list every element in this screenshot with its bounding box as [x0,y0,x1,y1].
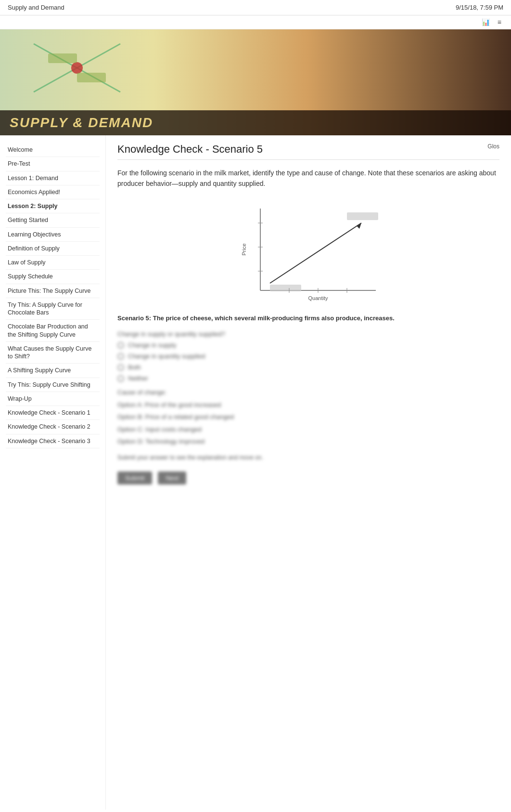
sidebar-item-pretest[interactable]: Pre-Test [6,157,100,171]
top-bar: Supply and Demand 9/15/18, 7:59 PM [0,0,511,15]
chart-icon-button[interactable]: 📊 [480,17,492,27]
sidebar-item-supply-schedule[interactable]: Supply Schedule [6,270,100,284]
page-header: Knowledge Check - Scenario 5 Glos [117,143,499,160]
svg-rect-4 [77,73,106,82]
top-bar-date: 9/15/18, 7:59 PM [456,4,503,11]
sidebar: WelcomePre-TestLesson 1: DemandEconomics… [0,135,106,810]
svg-rect-12 [270,285,301,291]
blurred-submit-text: Submit your answer to see the explanatio… [117,453,499,462]
radio-4[interactable] [117,375,124,382]
sidebar-item-kc-s1[interactable]: Knowledge Check - Scenario 1 [6,406,100,420]
scenario-label: Scenario 5: The price of cheese, which s… [117,314,499,322]
svg-text:Quantity: Quantity [308,295,328,301]
answer-group1-label: Change in supply or quantity supplied? [117,329,499,339]
answer-group2-label: Cause of change: [117,388,499,397]
answer-option-4[interactable]: Neither [117,375,499,382]
sidebar-item-picture-this[interactable]: Picture This: The Supply Curve [6,284,100,298]
sidebar-item-try-this-choc[interactable]: Try This: A Supply Curve for Chocolate B… [6,298,100,320]
answer-section: Change in supply or quantity supplied? C… [117,329,499,485]
blurred-line-4: Option D: Technology improved [117,437,499,446]
blurred-line-3: Option C: Input costs changed [117,425,499,434]
answer-text-1: Change in supply [128,341,176,349]
supply-demand-chart: Price Quantity [231,199,385,305]
sidebar-item-shifting-curve[interactable]: A Shifting Supply Curve [6,364,100,378]
svg-line-7 [270,223,361,283]
banner-chart-decoration [29,39,125,97]
chart-container: Price Quantity [117,199,499,305]
blurred-line-1: Option A: Price of the good increased [117,400,499,410]
sidebar-item-law-supply[interactable]: Law of Supply [6,256,100,270]
next-button[interactable]: Next [158,471,186,485]
sidebar-item-learning-obj[interactable]: Learning Objectives [6,228,100,242]
hero-banner-text: SUPPLY & DEMAND [10,115,153,130]
sidebar-item-what-causes[interactable]: What Causes the Supply Curve to Shift? [6,342,100,364]
svg-marker-8 [357,223,361,229]
answer-text-2: Change in quantity supplied [128,353,205,360]
page-title: Knowledge Check - Scenario 5 [117,143,263,156]
sidebar-item-getting-started[interactable]: Getting Started [6,213,100,227]
content-area: Knowledge Check - Scenario 5 Glos For th… [106,135,511,810]
glos-link[interactable]: Glos [487,143,499,150]
radio-1[interactable] [117,342,124,349]
svg-rect-11 [347,212,378,220]
answer-option-1[interactable]: Change in supply [117,341,499,349]
toolbar: 📊 ≡ [0,15,511,29]
sidebar-item-try-this-shifting[interactable]: Try This: Supply Curve Shifting [6,378,100,392]
chart-svg: Price Quantity [231,199,385,305]
sidebar-item-lesson1[interactable]: Lesson 1: Demand [6,171,100,185]
hero-banner-overlay: SUPPLY & DEMAND [0,110,511,135]
blurred-line-2: Option B: Price of a related good change… [117,412,499,422]
answer-text-3: Both [128,364,141,371]
sidebar-item-welcome[interactable]: Welcome [6,143,100,157]
sidebar-item-def-supply[interactable]: Definition of Supply [6,242,100,256]
scenario-description: For the following scenario in the milk m… [117,168,499,189]
list-icon-button[interactable]: ≡ [496,17,503,27]
main-layout: WelcomePre-TestLesson 1: DemandEconomics… [0,135,511,810]
sidebar-item-kc-s3[interactable]: Knowledge Check - Scenario 3 [6,434,100,448]
hero-banner: SUPPLY & DEMAND [0,29,511,135]
answer-option-2[interactable]: Change in quantity supplied [117,353,499,360]
svg-rect-3 [48,53,77,63]
sidebar-item-economics[interactable]: Economics Applied! [6,185,100,199]
radio-3[interactable] [117,364,124,371]
radio-2[interactable] [117,353,124,360]
answer-option-3[interactable]: Both [117,364,499,371]
sidebar-item-wrap-up[interactable]: Wrap-Up [6,392,100,406]
svg-text:Price: Price [241,243,247,255]
action-row: Submit Next [117,471,499,485]
svg-point-2 [71,62,83,74]
sidebar-item-lesson2[interactable]: Lesson 2: Supply [6,199,100,213]
sidebar-item-kc-s2[interactable]: Knowledge Check - Scenario 2 [6,420,100,434]
submit-button[interactable]: Submit [117,471,152,485]
app-title: Supply and Demand [8,4,64,11]
answer-text-4: Neither [128,375,148,382]
sidebar-item-choc-shifting[interactable]: Chocolate Bar Production and the Shiftin… [6,320,100,342]
